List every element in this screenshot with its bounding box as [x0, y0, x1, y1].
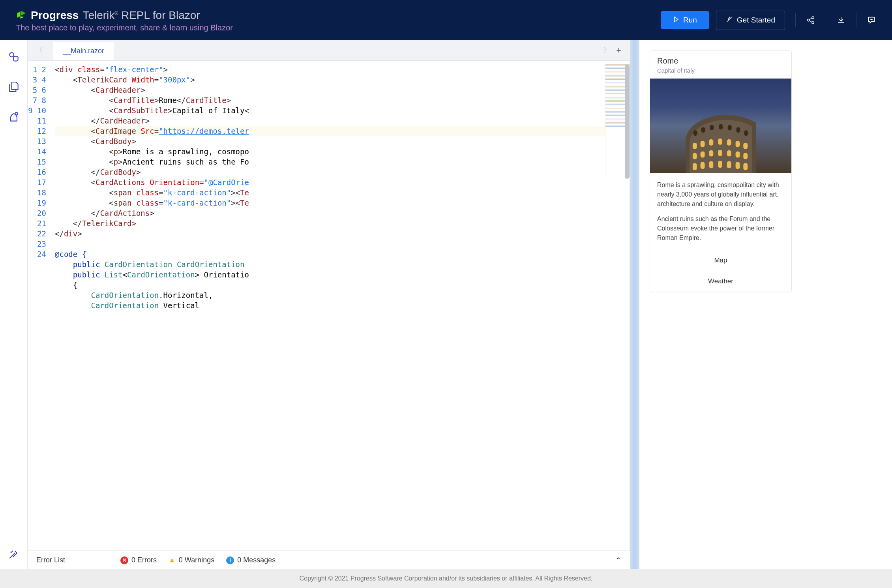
divider [795, 13, 796, 27]
errors-count[interactable]: ✕0 Errors [120, 556, 157, 564]
side-rail [0, 40, 28, 569]
svg-line-4 [810, 21, 812, 22]
preview-card: Rome Capital of Italy [650, 51, 792, 292]
svg-rect-31 [701, 162, 705, 169]
files-icon[interactable] [7, 80, 21, 94]
svg-rect-20 [727, 139, 731, 146]
tab-main-razor[interactable]: __Main.razor [53, 42, 114, 60]
svg-rect-26 [718, 150, 722, 156]
card-subtitle: Capital of Italy [657, 67, 784, 74]
svg-rect-23 [693, 153, 697, 159]
line-gutter: 1 2 3 4 5 6 7 8 9 10 11 12 13 14 15 16 1… [28, 61, 51, 551]
svg-rect-22 [743, 143, 748, 149]
svg-rect-14 [736, 127, 740, 133]
card-image [650, 79, 791, 173]
share-icon[interactable] [806, 15, 815, 25]
brand-repl: REPL for Blazor [121, 9, 200, 21]
preview-area: Rome Capital of Italy [639, 40, 892, 569]
svg-rect-12 [719, 124, 723, 129]
copyright: Copyright © 2021 Progress Software Corpo… [300, 575, 593, 582]
error-list-title: Error List [36, 556, 65, 564]
info-icon: i [226, 556, 234, 564]
messages-count[interactable]: i0 Messages [226, 556, 275, 564]
brand-telerik: Telerik [82, 9, 114, 21]
run-button[interactable]: Run [661, 11, 709, 29]
svg-rect-9 [693, 130, 697, 136]
progress-logo-icon [16, 9, 27, 21]
warnings-count[interactable]: ▲0 Warnings [169, 556, 214, 564]
rocket-icon [726, 16, 733, 25]
run-label: Run [683, 16, 697, 24]
card-paragraph-1: Rome is a sprawling, cosmopolitan city w… [657, 180, 784, 209]
svg-point-6 [9, 52, 14, 57]
svg-rect-36 [743, 163, 748, 170]
feedback-icon[interactable] [867, 15, 876, 25]
svg-rect-10 [701, 127, 705, 133]
editor-area: 〈 __Main.razor 〉 + 1 2 3 4 5 6 7 8 9 10 … [28, 40, 630, 569]
svg-rect-25 [709, 150, 713, 157]
card-action-map[interactable]: Map [650, 250, 791, 271]
chevron-up-icon[interactable]: ⌃ [615, 556, 621, 565]
header: Progress Telerik® REPL for Blazor The be… [0, 0, 892, 40]
error-bar: Error List ✕0 Errors ▲0 Warnings i0 Mess… [28, 551, 630, 569]
splitter-handle[interactable] [630, 40, 639, 569]
settings-icon[interactable] [7, 547, 21, 561]
card-paragraph-2: Ancient ruins such as the Forum and the … [657, 214, 784, 243]
warning-icon: ▲ [169, 556, 176, 564]
assets-icon[interactable] [7, 50, 21, 64]
tab-scroll-right-icon[interactable]: 〉 [600, 43, 613, 58]
svg-rect-28 [736, 152, 740, 158]
card-title: Rome [657, 56, 784, 66]
get-started-button[interactable]: Get Started [716, 11, 785, 30]
svg-rect-33 [718, 161, 722, 168]
svg-rect-27 [727, 150, 731, 157]
error-icon: ✕ [120, 556, 128, 564]
minimap-scrollbar[interactable] [625, 64, 630, 179]
svg-rect-35 [736, 162, 740, 169]
get-started-label: Get Started [737, 16, 775, 24]
tab-scroll-left-icon[interactable]: 〈 [33, 43, 46, 58]
colosseum-illustration [667, 107, 774, 173]
svg-rect-13 [728, 125, 732, 130]
styles-icon[interactable] [7, 110, 21, 124]
code-lines[interactable]: <div class="flex-center"> <TelerikCard W… [51, 61, 630, 551]
divider [826, 13, 826, 27]
svg-rect-21 [736, 141, 740, 147]
brand-progress: Progress [31, 9, 79, 22]
brand-block: Progress Telerik® REPL for Blazor The be… [16, 8, 661, 32]
svg-rect-11 [710, 125, 714, 130]
svg-rect-24 [701, 152, 705, 158]
svg-line-3 [810, 18, 812, 20]
svg-rect-15 [744, 130, 748, 136]
svg-rect-19 [718, 139, 722, 145]
play-icon [673, 16, 679, 24]
svg-rect-32 [709, 161, 713, 168]
code-editor[interactable]: 1 2 3 4 5 6 7 8 9 10 11 12 13 14 15 16 1… [28, 61, 630, 551]
divider [856, 13, 856, 27]
svg-point-2 [812, 22, 814, 24]
tagline: The best place to play, experiment, shar… [16, 23, 661, 32]
add-tab-icon[interactable]: + [613, 42, 624, 59]
svg-rect-34 [727, 161, 731, 168]
svg-rect-18 [709, 139, 713, 146]
svg-point-8 [15, 112, 18, 115]
minimap[interactable] [605, 64, 630, 179]
svg-rect-17 [701, 141, 705, 147]
svg-rect-30 [693, 163, 697, 170]
svg-rect-16 [693, 143, 697, 149]
svg-rect-29 [743, 153, 748, 159]
card-action-weather[interactable]: Weather [650, 271, 791, 292]
svg-point-1 [808, 19, 810, 21]
tab-bar: 〈 __Main.razor 〉 + [28, 40, 630, 61]
download-icon[interactable] [836, 15, 846, 25]
footer: Copyright © 2021 Progress Software Corpo… [0, 569, 892, 588]
svg-point-0 [812, 17, 814, 19]
svg-rect-7 [13, 56, 18, 61]
